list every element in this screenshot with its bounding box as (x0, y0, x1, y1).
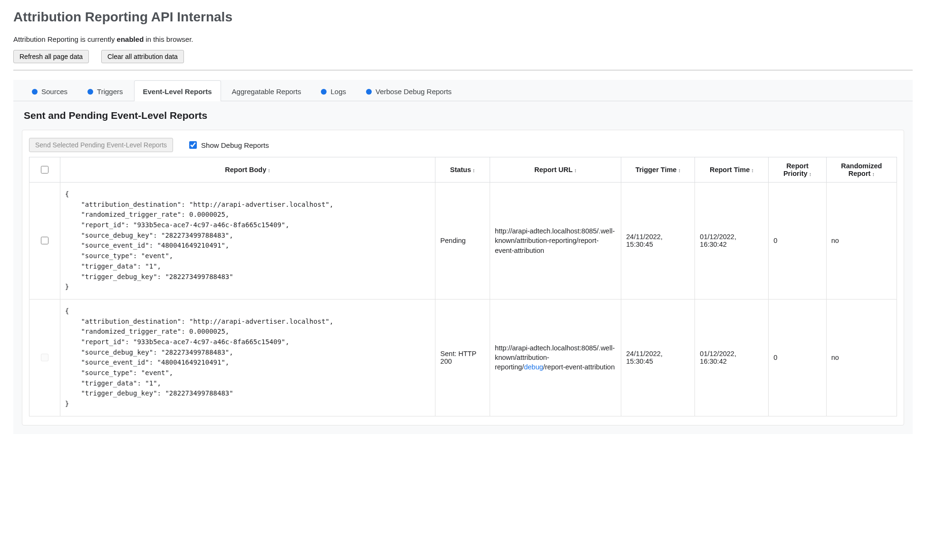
dot-icon (321, 89, 327, 95)
row-checkbox[interactable] (41, 237, 48, 244)
tab-label: Verbose Debug Reports (376, 87, 452, 96)
header-text: Status (450, 166, 471, 174)
row-checkbox-cell (29, 299, 60, 416)
tab-triggers[interactable]: Triggers (78, 80, 132, 101)
dot-icon (366, 89, 372, 95)
report-url-cell: http://arapi-adtech.localhost:8085/.well… (490, 183, 621, 299)
divider (13, 70, 913, 70)
select-all-checkbox[interactable] (41, 166, 48, 174)
tab-aggregatable-reports[interactable]: Aggregatable Reports (223, 80, 310, 101)
header-trigger-time[interactable]: Trigger Time↕ (621, 157, 695, 183)
show-debug-checkbox[interactable] (189, 141, 197, 149)
tab-label: Triggers (97, 87, 123, 96)
show-debug-text: Show Debug Reports (201, 141, 269, 149)
sort-icon: ↕ (751, 167, 754, 173)
trigger-time-cell: 24/11/2022, 15:30:45 (621, 183, 695, 299)
tab-bar: Sources Triggers Event-Level Reports Agg… (13, 80, 913, 101)
table-header-row: Report Body↕ Status↕ Report URL↕ Trigger… (29, 157, 897, 183)
sort-icon: ↕ (473, 167, 475, 173)
sort-icon: ↕ (574, 167, 577, 173)
header-randomized[interactable]: Randomized Report↕ (826, 157, 897, 183)
show-debug-label[interactable]: Show Debug Reports (187, 140, 269, 150)
tab-label: Event-Level Reports (143, 87, 212, 96)
report-body-cell: { "attribution_destination": "http://ara… (60, 299, 435, 416)
table-row: { "attribution_destination": "http://ara… (29, 299, 897, 416)
url-debug-segment: debug (524, 363, 543, 371)
header-status[interactable]: Status↕ (435, 157, 490, 183)
dot-icon (32, 89, 38, 95)
report-url-cell: http://arapi-adtech.localhost:8085/.well… (490, 299, 621, 416)
header-text: Trigger Time (636, 166, 677, 174)
report-body-json: { "attribution_destination": "http://ara… (65, 189, 431, 292)
status-bold: enabled (117, 35, 144, 43)
header-text: Report Body (225, 166, 266, 174)
header-text: Report URL (534, 166, 573, 174)
status-cell: Sent: HTTP 200 (435, 299, 490, 416)
refresh-button[interactable]: Refresh all page data (13, 50, 89, 63)
status-suffix: in this browser. (144, 35, 193, 43)
header-select-all[interactable] (29, 157, 60, 183)
tab-sources[interactable]: Sources (23, 80, 77, 101)
tab-label: Logs (330, 87, 346, 96)
report-body-cell: { "attribution_destination": "http://ara… (60, 183, 435, 299)
reports-table: Report Body↕ Status↕ Report URL↕ Trigger… (29, 157, 897, 416)
tab-event-level-reports[interactable]: Event-Level Reports (134, 80, 221, 101)
row-checkbox[interactable] (41, 354, 48, 361)
sort-icon: ↕ (268, 167, 270, 173)
sort-icon: ↕ (872, 171, 875, 177)
header-text: Report Time (710, 166, 750, 174)
table-row: { "attribution_destination": "http://ara… (29, 183, 897, 299)
header-url[interactable]: Report URL↕ (490, 157, 621, 183)
url-suffix: /report-event-attribution (543, 363, 615, 371)
randomized-cell: no (826, 299, 897, 416)
trigger-time-cell: 24/11/2022, 15:30:45 (621, 299, 695, 416)
report-body-json: { "attribution_destination": "http://ara… (65, 306, 431, 409)
section-title: Sent and Pending Event-Level Reports (24, 110, 913, 121)
randomized-cell: no (826, 183, 897, 299)
header-body[interactable]: Report Body↕ (60, 157, 435, 183)
tab-logs[interactable]: Logs (312, 80, 355, 101)
sort-icon: ↕ (809, 171, 812, 177)
priority-cell: 0 (769, 299, 826, 416)
status-line: Attribution Reporting is currently enabl… (13, 35, 913, 43)
dot-icon (87, 89, 93, 95)
status-cell: Pending (435, 183, 490, 299)
header-text: Report Priority (783, 162, 809, 177)
header-report-time[interactable]: Report Time↕ (695, 157, 769, 183)
page-title: Attribution Reporting API Internals (13, 10, 913, 25)
sort-icon: ↕ (678, 167, 681, 173)
priority-cell: 0 (769, 183, 826, 299)
tab-label: Aggregatable Reports (232, 87, 301, 96)
clear-data-button[interactable]: Clear all attribution data (101, 50, 184, 63)
tab-label: Sources (41, 87, 68, 96)
status-prefix: Attribution Reporting is currently (13, 35, 117, 43)
row-checkbox-cell (29, 183, 60, 299)
header-priority[interactable]: Report Priority↕ (769, 157, 826, 183)
send-selected-button[interactable]: Send Selected Pending Event-Level Report… (29, 138, 173, 152)
report-time-cell: 01/12/2022, 16:30:42 (695, 183, 769, 299)
header-text: Randomized Report (841, 162, 882, 177)
tab-verbose-debug-reports[interactable]: Verbose Debug Reports (357, 80, 461, 101)
report-time-cell: 01/12/2022, 16:30:42 (695, 299, 769, 416)
reports-card: Send Selected Pending Event-Level Report… (22, 130, 904, 425)
